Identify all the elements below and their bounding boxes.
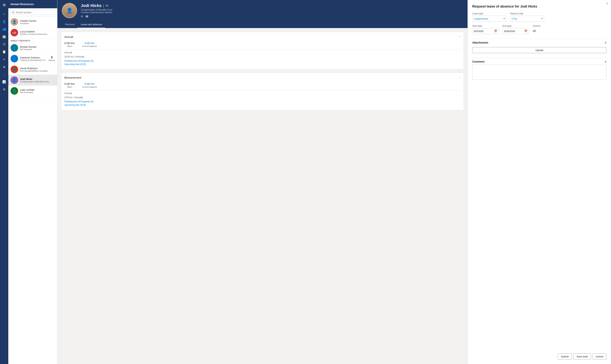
settings-icon[interactable]: ⚙ [1,86,8,93]
search-input[interactable] [11,10,55,15]
pending-requests-link[interactable]: Pending time off requests (0) [64,100,460,103]
amount-label: Amount [533,25,541,27]
person-title: HR Generalist [20,91,55,93]
save-draft-button[interactable]: Save draft [573,353,591,360]
taken-value: 0.00 hrs [64,82,75,85]
submit-button[interactable]: Submit [558,353,572,360]
taken-label: Taken [64,86,75,88]
amount-value: 26 [533,28,541,32]
leave-card-title: Bereavement [64,76,81,79]
person-info: Lucy Gardner Director of Human Resources [20,30,55,35]
leave-type-label: Leave type [472,12,506,15]
list-item[interactable]: 👤 Jodi Hicks Compensation & Benefits Con… [8,75,57,86]
avatar: 👤 [11,18,18,26]
list-item[interactable]: LG Lucy Gardner Director of Human Resour… [8,27,57,38]
person-title: President [20,22,55,25]
directs-badge: 3 Directs [49,56,55,62]
avatar: LG [11,29,18,36]
leave-card-menu-icon[interactable]: ··· [458,76,460,79]
email-icon[interactable]: ✉ [81,15,83,18]
person-list: 👤 Charlie Carson President LG Lucy Gardn… [8,17,57,364]
profile-details: Jodi Hicks | 00 Compensation & Benefits … [81,3,463,18]
profile-contact-icons: ✉ ☎ [81,15,463,18]
directs-count: 3 [51,56,53,59]
profile-id: 00 [106,4,109,7]
panel-title: Request leave of absence for Jodi Hicks [472,4,607,9]
app-title: Human Resources [8,0,57,8]
person-title: Recruiting&Staffing Consulant [20,70,55,72]
reason-code-select[interactable]: LTSL Other [510,16,544,22]
leave-card-title: Annual [64,35,73,39]
leave-divider [64,90,460,91]
benefits-icon[interactable]: ◈ [1,63,8,70]
person-name: Jodi Hicks [20,78,55,80]
search-bar [8,8,57,17]
person-info: Brooke Drynan HR Assistant [20,45,55,51]
leave-accrual-label: Accrual [64,92,460,95]
attachments-label: Attachments [472,41,488,44]
person-name: Cameron Greenw... [20,56,47,59]
upcoming-time-off-link[interactable]: Upcoming time off (0) [64,104,460,106]
main-content: 👤 Jodi Hicks | 00 Compensation & Benefit… [57,0,468,364]
list-item[interactable]: 👤 Cameron Greenw... Training & Developme… [8,53,57,64]
pending-requests-link[interactable]: Pending time off requests (0) [64,60,460,62]
upcoming-time-off-link[interactable]: Upcoming time off (0) [64,63,460,65]
right-panel: ? Request leave of absence for Jodi Hick… [468,0,611,364]
profile-header: 👤 Jodi Hicks | 00 Compensation & Benefit… [57,0,468,21]
waffle-icon[interactable]: ⊞ [1,1,8,8]
hierarchy-icon[interactable]: ⋮ [1,71,8,78]
panel-footer: Submit Save draft Cancel [472,349,607,360]
end-date-wrapper: 📅 [502,28,529,34]
analytics-icon[interactable]: 📊 [1,78,8,85]
leave-divider [64,50,460,50]
person-name: Charlie Carson [20,19,55,22]
leave-card-header: Bereavement ··· [64,76,460,79]
end-date-label: End date [502,25,529,27]
end-date-input[interactable] [502,28,529,34]
org-icon[interactable]: 🏢 [1,33,8,40]
upload-button[interactable]: Upload [472,47,607,53]
list-item[interactable]: 👤 Luke Lenhart HR Generalist [8,86,57,96]
phone-icon[interactable]: ☎ [85,15,88,18]
report-icon[interactable]: 📋 [1,48,8,55]
list-item[interactable]: 👤 Charlie Carson President [8,17,57,27]
avatar: 👤 [11,44,18,52]
app-title-text: Human Resources [11,3,34,6]
team-icon[interactable]: 👥 [1,26,8,32]
taken-value: 0.00 hrs [64,41,75,45]
compliance-icon[interactable]: ✔ [1,56,8,63]
profile-subtitle2: Contoso Entertainment System [81,11,463,14]
attachments-collapse-icon[interactable]: ∧ [605,41,607,44]
tab-leave-absence[interactable]: Leave and absence [78,21,105,28]
list-icon[interactable]: ☰ [1,41,8,48]
tab-personal[interactable]: Personal [62,21,78,28]
comment-textarea[interactable] [472,65,607,80]
left-navigation: ⊞ ⌂ 👤 👥 🏢 ☰ 📋 ✔ ◈ ⋮ 📊 ⚙ [0,0,8,364]
person-name: Luke Lenhart [20,88,55,91]
people-icon[interactable]: 👤 [1,18,8,25]
home-icon[interactable]: ⌂ [1,11,8,17]
form-group-end-date: End date 📅 [502,25,529,34]
avatar: 👤 [11,55,18,62]
start-date-input[interactable] [472,28,499,34]
leave-accrual-value: 0.00 hrs / Annually [64,96,460,99]
form-row-leave-reason: Leave type Unpaid leave Annual Bereaveme… [472,12,607,22]
person-name: Brooke Drynan [20,45,55,48]
comment-collapse-icon[interactable]: ∧ [605,60,607,63]
balance-label: Current balance [82,45,97,47]
person-title: HR Assistant [20,48,55,51]
profile-subtitle1: Compensation & Benefits Cons. [81,9,463,11]
leave-accrual-label: Accrual [64,51,460,54]
list-item[interactable]: 👤 Jacob Robinson Recruiting&Staffing Con… [8,64,57,75]
person-name: Lucy Gardner [20,30,55,33]
leave-stat-balance: 0.00 hrs Current balance [82,41,97,47]
cancel-button[interactable]: Cancel [593,353,607,360]
leave-type-select-wrapper: Unpaid leave Annual Bereavement Sick [472,16,506,22]
list-item[interactable]: 👤 Brooke Drynan HR Assistant [8,43,57,53]
profile-tabs: Personal Leave and absence [57,21,468,28]
leave-type-select[interactable]: Unpaid leave Annual Bereavement Sick [472,16,506,22]
help-icon[interactable]: ? [606,2,608,6]
leave-card-menu-icon[interactable]: ··· [458,35,460,39]
avatar: 👤 [11,65,18,73]
profile-name: Jodi Hicks [81,3,102,8]
